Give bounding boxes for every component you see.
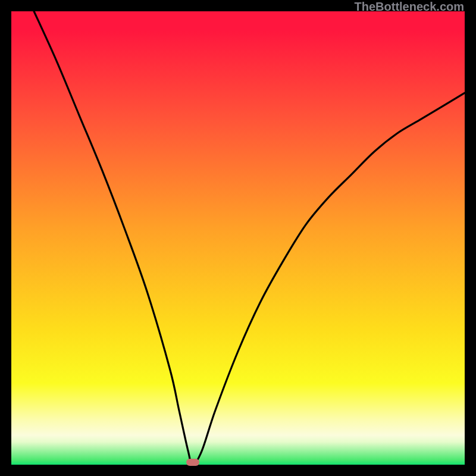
optimum-marker: [186, 459, 199, 466]
chart-plot-area: [11, 11, 465, 465]
bottleneck-curve: [11, 11, 465, 465]
